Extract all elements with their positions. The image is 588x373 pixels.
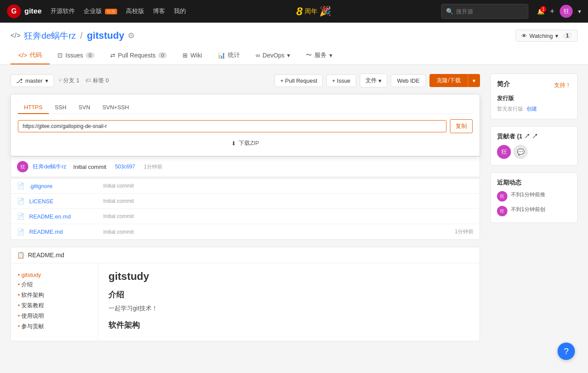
bell-badge: 1 [540,6,546,12]
contributor-comment-button[interactable]: 💬 [514,145,527,159]
intro-label: 简介 [497,80,510,88]
intro-support[interactable]: 支持！ [554,81,571,89]
activity-item-2: 狂 不到1分钟前创 [497,206,571,216]
readme-main-title: gitstudy [108,270,469,282]
file-name-license[interactable]: LICENSE [29,198,99,205]
repo-separator: / [80,31,83,41]
activity-section: 近期动态 狂 不到1分钟前推 狂 不到1分钟前创 [490,172,578,223]
repo-title-row: </> 狂奔de蜗牛rz / gitstudy ⚙ 👁 Watching ▾ 1 [10,30,578,42]
activity-title: 近期动态 [497,179,571,187]
commit-hash[interactable]: 503c697 [115,164,135,170]
watching-count: 1 [563,32,572,39]
repo-title: </> 狂奔de蜗牛rz / gitstudy ⚙ [10,30,135,42]
user-avatar[interactable]: 狂 [560,5,573,18]
commit-author[interactable]: 狂奔de蜗牛rz [33,163,66,171]
file-name-readme-en[interactable]: README.en.md [29,213,99,220]
clone-main-button[interactable]: 克隆/下载 [429,74,468,87]
issues-icon: ⊡ [57,52,63,59]
repo-settings-icon[interactable]: ⚙ [128,31,135,40]
readme-header: 📋 README.md [11,247,480,263]
repo-owner[interactable]: 狂奔de蜗牛rz [24,30,76,42]
header-actions: 🔔 1 + 狂 ▾ [537,5,581,18]
nav-opensource[interactable]: 开源软件 [51,7,75,15]
release-create[interactable]: 创建 [527,106,537,112]
tab-devops[interactable]: ∞ DevOps ▾ [248,47,298,64]
contributor-avatar-1[interactable]: 狂 [497,145,511,159]
search-box[interactable]: 🔍 [441,4,528,19]
logo[interactable]: G gitee [7,4,42,18]
issue-button[interactable]: + Issue [326,74,356,87]
file-icon-readme-en: 📄 [17,213,25,220]
file-name-gitignore[interactable]: .gitignore [29,183,99,189]
pr-icon: ⇄ [110,52,115,59]
notification-bell[interactable]: 🔔 1 [537,8,544,15]
file-row: 📄 .gitignore Initial commit [11,178,480,194]
anniversary-banner: 8 周年 🎉 [296,5,331,18]
tab-stats[interactable]: 📊 统计 [210,47,248,64]
activity-item-1: 狂 不到1分钟前推 [497,191,571,202]
watching-label: Watching [530,33,553,39]
nav-enterprise[interactable]: 企业版 特惠 [84,7,117,15]
toc-item-install[interactable]: 安装教程 [18,300,91,311]
download-zip-button[interactable]: ⬇ 下载ZIP [18,138,473,149]
clone-dropdown-button[interactable]: ▾ [468,74,480,87]
file-button[interactable]: 文件 ▾ [360,74,387,87]
clone-tab-svn[interactable]: SVN [72,101,96,114]
contributors-title: 贡献者 (1 ↗ ↗ [497,133,571,141]
toolbar-right: + Pull Request + Issue 文件 ▾ Web IDE 克隆/下… [274,74,480,87]
release-section: 发行版 暂无发行版 创建 [497,94,571,113]
toc-item-arch[interactable]: 软件架构 [18,290,91,300]
contributors-section: 贡献者 (1 ↗ ↗ 狂 💬 [490,126,578,165]
tab-issues[interactable]: ⊡ Issues 0 [50,47,102,64]
toc-item-intro[interactable]: 介绍 [18,279,91,290]
clone-url-input[interactable] [18,120,446,132]
right-panel: 简介 支持！ 发行版 暂无发行版 创建 贡献者 (1 ↗ ↗ 狂 💬 [490,74,578,341]
readme-icon: 📋 [17,252,24,259]
release-title: 发行版 [497,94,571,102]
clone-tabs: HTTPS SSH SVN SVN+SSH [18,101,473,114]
nav-blog[interactable]: 博客 [153,7,165,15]
toc-item-usage[interactable]: 使用说明 [18,311,91,321]
branch-dropdown-icon: ▾ [45,77,48,84]
tab-code[interactable]: </> 代码 [10,47,50,64]
clone-tab-ssh[interactable]: SSH [49,101,73,114]
tab-wiki[interactable]: ⊞ Wiki [175,47,210,64]
tab-pullrequests[interactable]: ⇄ Pull Requests 0 [102,47,175,64]
clone-tab-https[interactable]: HTTPS [18,101,49,114]
branch-selector[interactable]: ⎇ master ▾ [10,74,54,87]
avatar-dropdown[interactable]: ▾ [578,8,581,15]
file-table: 📄 .gitignore Initial commit 📄 LICENSE In… [10,178,480,240]
file-commit-readme: Initial commit [103,229,450,235]
create-button[interactable]: + [550,7,554,16]
toc-item-contribute[interactable]: 参与贡献 [18,321,91,332]
pull-request-button[interactable]: + Pull Request [274,74,323,87]
file-icon-gitignore: 📄 [17,182,25,189]
copy-button[interactable]: 复制 [450,119,473,133]
clone-tab-svnplusssh[interactable]: SVN+SSH [96,101,135,114]
download-icon: ⬇ [231,140,236,147]
readme-section: 📋 README.md gitstudy 介绍 软件架构 安装教程 使用说明 参… [10,247,480,341]
toc-item-gitstudy[interactable]: gitstudy [18,270,91,279]
tab-services[interactable]: 〜 服务 ▾ [298,47,340,64]
repo-tabs: </> 代码 ⊡ Issues 0 ⇄ Pull Requests 0 ⊞ Wi… [10,47,578,64]
contributors-link-icon[interactable]: ↗ [532,133,538,140]
watching-dropdown-icon: ▾ [555,33,558,39]
issues-count: 0 [86,52,95,58]
repo-name[interactable]: gitstudy [87,30,125,41]
activity-text-2: 不到1分钟前创 [511,206,545,213]
header-center: 8 周年 🎉 [195,5,433,18]
search-input[interactable] [456,8,521,15]
file-name-readme[interactable]: README.md [29,229,99,235]
clone-panel: HTTPS SSH SVN SVN+SSH 复制 ⬇ 下载ZIP [10,94,480,156]
nav-mine[interactable]: 我的 [174,7,186,15]
toolbar: ⎇ master ▾ ⑂ 分支 1 🏷 标签 0 + Pull Request … [10,74,480,87]
repo-header: </> 狂奔de蜗牛rz / gitstudy ⚙ 👁 Watching ▾ 1… [0,23,588,65]
watching-button[interactable]: 👁 Watching ▾ 1 [516,30,578,42]
tag-count: 🏷 标签 0 [85,77,108,84]
header-nav: 开源软件 企业版 特惠 高校版 博客 我的 [51,7,186,15]
repo-type-icon: </> [10,32,20,40]
anniversary-icon: 🎉 [319,6,331,17]
nav-university[interactable]: 高校版 [126,7,144,15]
webide-button[interactable]: Web IDE [391,74,426,87]
readme-toc: gitstudy 介绍 软件架构 安装教程 使用说明 参与贡献 [11,263,98,341]
